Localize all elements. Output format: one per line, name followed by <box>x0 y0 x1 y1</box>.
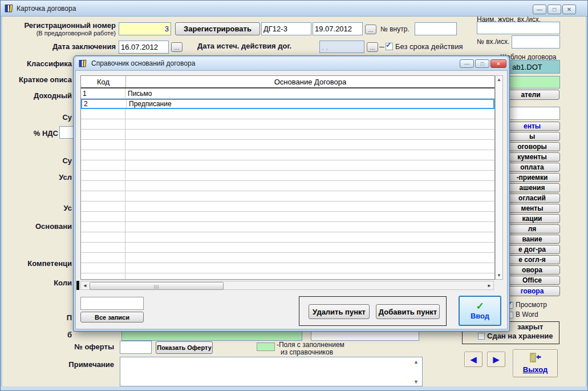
main-window-title: Карточка договора <box>17 5 76 13</box>
side-button-5[interactable]: оплата <box>504 163 560 172</box>
side-button-indicators[interactable]: атели <box>502 90 559 100</box>
side-button-14[interactable]: е согл-я <box>504 255 560 264</box>
green-directory-field[interactable] <box>502 76 560 88</box>
delete-item-button[interactable]: Удалить пункт <box>309 304 370 319</box>
legend-line1: -Поля с заполнением <box>277 341 344 349</box>
main-titlebar[interactable]: Карточка договора <box>1 1 587 17</box>
conclusion-date-field[interactable]: 16.07.2012 <box>119 41 169 54</box>
internal-number-field[interactable] <box>415 22 457 35</box>
exit-button[interactable]: Выход <box>513 349 558 377</box>
scroll-left-icon[interactable]: ◄ <box>81 281 89 289</box>
legend-swatch <box>257 342 275 351</box>
dialog-close-icon[interactable]: ✕ <box>490 59 506 68</box>
registration-date-field[interactable]: 19.07.2012 <box>313 22 363 35</box>
conclusion-date-label: Дата заключения <box>52 42 116 51</box>
side-button-4[interactable]: кументы <box>504 152 560 162</box>
side-button-8[interactable]: огласий <box>504 194 560 203</box>
register-button[interactable]: Зарегистрировать <box>175 22 260 35</box>
side-button-6[interactable]: -приемки <box>504 173 560 182</box>
journal-name-field[interactable] <box>477 22 560 34</box>
label-fragment-terms2: Ус <box>64 204 72 212</box>
storage-checkbox[interactable] <box>478 333 485 340</box>
expiry-date-field[interactable]: . . <box>319 41 364 53</box>
dialog-titlebar[interactable]: Справочник оснований договора <box>75 57 508 70</box>
dialog-minimize-icon[interactable]: — <box>460 59 474 68</box>
dialog-books-icon <box>79 59 88 68</box>
scroll-down-icon[interactable]: ▼ <box>496 273 502 278</box>
storage-label: Сдан на хранение <box>487 332 553 340</box>
side-field[interactable] <box>504 107 560 120</box>
legend-line2: из справочников <box>281 348 333 356</box>
minimize-icon[interactable]: — <box>533 5 546 14</box>
side-button-1[interactable]: енты <box>504 122 560 131</box>
screen: Карточка договора — □ ✕ Регистрационный … <box>0 0 588 391</box>
registration-date-browse-button[interactable]: ... <box>365 25 376 34</box>
show-offer-button[interactable]: Показать Оферту <box>156 341 213 354</box>
closed-label-fragment: закрыт <box>517 323 543 331</box>
view-label: Просмотр <box>516 301 547 309</box>
splitter-handle[interactable] <box>76 281 79 290</box>
cell-basis: Предписание <box>127 100 493 108</box>
label-fragment-sum1: Су <box>62 113 72 122</box>
scroll-right-icon[interactable]: ► <box>485 281 493 289</box>
table-row-selected[interactable]: 2 Предписание <box>81 99 494 109</box>
close-icon[interactable]: ✕ <box>562 5 576 14</box>
label-fragment-classification: Классифика <box>27 59 72 68</box>
add-item-button[interactable]: Добавить пункт <box>376 304 440 319</box>
contract-number-field[interactable]: ДГ12-3 <box>261 22 311 35</box>
side-button-3[interactable]: оговоры <box>504 142 560 151</box>
exit-door-icon <box>530 353 541 365</box>
label-fragment-short-description: Краткое описа <box>19 75 72 84</box>
offer-number-label: № оферты <box>74 342 114 351</box>
registration-number-label: Регистрационный номер (В преддоговорной … <box>25 21 116 37</box>
cell-basis: Письмо <box>125 88 494 98</box>
next-record-button[interactable]: ▶ <box>487 352 505 367</box>
registration-number-field[interactable]: 3 <box>119 22 171 35</box>
table-vertical-scrollbar[interactable]: ▲ ▼ <box>495 75 503 280</box>
template-field[interactable]: ab1.DOT <box>502 60 560 74</box>
dialog-restore-icon[interactable]: □ <box>475 59 489 68</box>
table-empty-rows <box>81 109 494 279</box>
side-button-13[interactable]: е дог-ра <box>504 245 560 254</box>
label-fragment-b: б <box>67 330 72 339</box>
word-label: В Word <box>516 311 538 319</box>
side-button-15[interactable]: овора <box>504 265 560 275</box>
side-button-7[interactable]: ашения <box>504 183 560 192</box>
note-scroll-down-icon[interactable]: ▼ <box>413 379 419 385</box>
prev-record-button[interactable]: ◀ <box>464 352 482 367</box>
label-fragment-sum2: Су <box>62 156 72 165</box>
next-icon: ▶ <box>493 354 500 365</box>
window-bottom-frame <box>1 386 587 390</box>
side-button-11[interactable]: ля <box>504 224 560 233</box>
check-icon: ✓ <box>476 301 484 312</box>
dialog-title: Справочник оснований договора <box>91 59 195 67</box>
table-row[interactable]: 1 Письмо <box>81 88 494 99</box>
column-header-basis[interactable]: Основание Договора <box>126 76 494 87</box>
offer-number-field[interactable] <box>120 341 152 354</box>
inout-number-field[interactable] <box>512 35 560 49</box>
side-button-10[interactable]: кации <box>504 214 560 223</box>
scrollbar-thumb[interactable]: ||| <box>90 282 224 290</box>
side-button-17[interactable]: говора <box>504 286 560 296</box>
column-header-code[interactable]: Код <box>81 76 126 87</box>
table-horizontal-scrollbar[interactable]: ◄ ||| ► <box>80 281 494 290</box>
label-fragment-competence: Компетенци <box>27 259 72 268</box>
filter-field[interactable] <box>80 297 144 310</box>
side-button-9[interactable]: менты <box>504 204 560 213</box>
note-scroll-up-icon[interactable]: ▲ <box>413 359 419 365</box>
side-button-16[interactable]: Office <box>504 276 560 285</box>
expiry-date-browse-button[interactable]: ... <box>367 42 378 52</box>
enter-button[interactable]: ✓ Ввод <box>459 296 501 326</box>
connector-line <box>379 47 384 47</box>
no-term-checkbox[interactable]: ✓ <box>386 43 393 50</box>
scroll-up-icon[interactable]: ▲ <box>496 77 502 82</box>
inout-number-label: № вх./исх. <box>477 38 509 46</box>
note-textarea[interactable] <box>120 357 423 386</box>
side-button-2[interactable]: ы <box>504 132 560 141</box>
all-records-button[interactable]: Все записи <box>80 312 144 323</box>
side-button-12[interactable]: вание <box>504 235 560 244</box>
table-header-row: Код Основание Договора <box>81 76 494 88</box>
label-fragment-quantity: Коли <box>54 279 72 287</box>
restore-icon[interactable]: □ <box>548 5 561 14</box>
conclusion-date-browse-button[interactable]: ... <box>171 42 183 52</box>
